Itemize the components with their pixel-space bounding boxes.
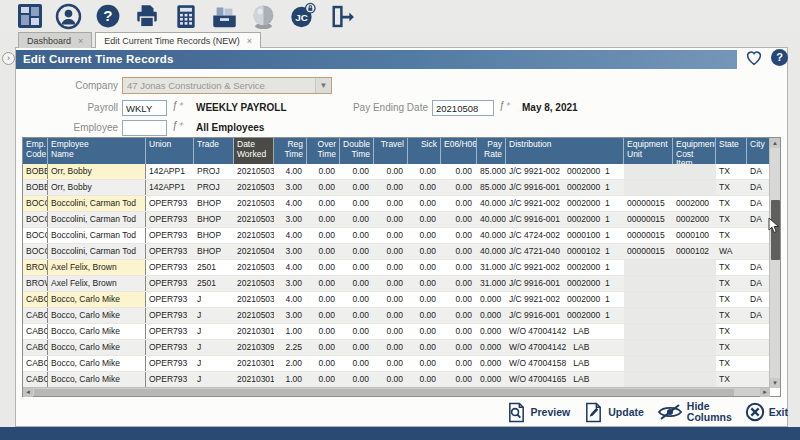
column-header-name[interactable]: Employee Name bbox=[48, 138, 146, 164]
cell-dbl[interactable]: 0.00 bbox=[340, 276, 374, 291]
cell-rate[interactable]: 0.000 bbox=[477, 372, 506, 387]
cell-union[interactable]: OPER793 bbox=[146, 212, 194, 227]
cell-equnit[interactable] bbox=[624, 260, 673, 275]
column-header-dbl[interactable]: Double Time bbox=[340, 138, 374, 164]
cell-state[interactable]: TX bbox=[716, 324, 747, 339]
cell-date[interactable]: 20210503 bbox=[234, 292, 274, 307]
cell-reg[interactable]: 3.00 bbox=[274, 276, 307, 291]
cell-dbl[interactable]: 0.00 bbox=[340, 292, 374, 307]
cell-reg[interactable]: 2.00 bbox=[274, 356, 307, 371]
cell-city[interactable]: DA bbox=[747, 276, 771, 291]
cell-name[interactable]: Bocco, Carlo Mike bbox=[48, 292, 146, 307]
cell-date[interactable]: 20210503 bbox=[234, 164, 274, 179]
expand-sidebar-icon[interactable]: › bbox=[2, 52, 15, 65]
cell-date[interactable]: 20210503 bbox=[234, 212, 274, 227]
cell-name[interactable]: Bocco, Carlo Mike bbox=[48, 356, 146, 371]
cell-travel[interactable]: 0.00 bbox=[374, 260, 408, 275]
cell-rate[interactable]: 0.000 bbox=[477, 340, 506, 355]
cell-sick[interactable]: 0.00 bbox=[408, 292, 441, 307]
cell-code[interactable]: CABOC bbox=[23, 372, 48, 387]
table-row[interactable]: BOCCABoccolini, Carman TodOPER793BHOP202… bbox=[23, 196, 780, 212]
cell-e06[interactable]: 0.00 bbox=[441, 356, 477, 371]
favorite-heart-icon[interactable] bbox=[745, 49, 763, 67]
horizontal-scroll-thumb[interactable] bbox=[34, 389, 734, 396]
cell-eqcost[interactable] bbox=[673, 356, 716, 371]
file-drawer-icon[interactable] bbox=[211, 3, 238, 30]
cell-travel[interactable]: 0.00 bbox=[374, 276, 408, 291]
column-header-sick[interactable]: Sick bbox=[408, 138, 441, 164]
cell-city[interactable] bbox=[747, 324, 771, 339]
cell-sick[interactable]: 0.00 bbox=[408, 340, 441, 355]
cell-e06[interactable]: 0.00 bbox=[441, 276, 477, 291]
cell-reg[interactable]: 1.00 bbox=[274, 324, 307, 339]
cell-date[interactable]: 20210503 bbox=[234, 196, 274, 211]
cell-dbl[interactable]: 0.00 bbox=[340, 212, 374, 227]
cell-trade[interactable]: 2501 bbox=[194, 260, 234, 275]
cell-state[interactable]: TX bbox=[716, 308, 747, 323]
cell-over[interactable]: 0.00 bbox=[307, 292, 340, 307]
cell-trade[interactable]: J bbox=[194, 308, 234, 323]
cell-travel[interactable]: 0.00 bbox=[374, 228, 408, 243]
cell-e06[interactable]: 0.00 bbox=[441, 372, 477, 387]
cell-city[interactable]: DA bbox=[747, 260, 771, 275]
column-header-city[interactable]: City bbox=[747, 138, 771, 164]
cell-date[interactable]: 20210503 bbox=[234, 276, 274, 291]
table-row[interactable]: BOBBYOrr, Bobby142APP1PROJ202105033.000.… bbox=[23, 180, 780, 196]
cell-city[interactable] bbox=[747, 356, 771, 371]
cell-reg[interactable]: 4.00 bbox=[274, 260, 307, 275]
cell-state[interactable]: TX bbox=[716, 164, 747, 179]
cell-code[interactable]: BOCCA bbox=[23, 212, 48, 227]
cell-eqcost[interactable] bbox=[673, 340, 716, 355]
column-header-travel[interactable]: Travel bbox=[374, 138, 408, 164]
cell-name[interactable]: Orr, Bobby bbox=[48, 164, 146, 179]
table-row[interactable]: CABOCBocco, Carlo MikeOPER793J202103092.… bbox=[23, 340, 780, 356]
cell-trade[interactable]: PROJ bbox=[194, 180, 234, 195]
cell-state[interactable]: TX bbox=[716, 180, 747, 195]
cell-over[interactable]: 0.00 bbox=[307, 164, 340, 179]
cell-state[interactable]: TX bbox=[716, 372, 747, 387]
cell-city[interactable] bbox=[747, 228, 771, 243]
cell-equnit[interactable]: 00000015 bbox=[624, 212, 673, 227]
cell-over[interactable]: 0.00 bbox=[307, 244, 340, 259]
cell-date[interactable]: 20210504 bbox=[234, 244, 274, 259]
crystal-ball-icon[interactable] bbox=[250, 3, 277, 30]
help-icon[interactable]: ? bbox=[94, 3, 121, 30]
cell-rate[interactable]: 40.000 bbox=[477, 228, 506, 243]
cell-reg[interactable]: 3.00 bbox=[274, 180, 307, 195]
payroll-input[interactable] bbox=[122, 100, 167, 116]
column-header-union[interactable]: Union bbox=[146, 138, 194, 164]
cell-e06[interactable]: 0.00 bbox=[441, 196, 477, 211]
cell-union[interactable]: OPER793 bbox=[146, 228, 194, 243]
cell-code[interactable]: BOCCA bbox=[23, 228, 48, 243]
cell-state[interactable]: TX bbox=[716, 260, 747, 275]
cell-sick[interactable]: 0.00 bbox=[408, 244, 441, 259]
cell-city[interactable]: DA bbox=[747, 292, 771, 307]
cell-state[interactable]: TX bbox=[716, 212, 747, 227]
cell-rate[interactable]: 85.000 bbox=[477, 164, 506, 179]
cell-reg[interactable]: 1.00 bbox=[274, 372, 307, 387]
cell-e06[interactable]: 0.00 bbox=[441, 244, 477, 259]
cell-sick[interactable]: 0.00 bbox=[408, 228, 441, 243]
table-row[interactable]: CABOCBocco, Carlo MikeOPER793J202105033.… bbox=[23, 308, 780, 324]
cell-rate[interactable]: 40.000 bbox=[477, 212, 506, 227]
user-profile-icon[interactable] bbox=[55, 3, 82, 30]
cell-code[interactable]: BOBBY bbox=[23, 180, 48, 195]
cell-date[interactable]: 20210503 bbox=[234, 228, 274, 243]
cell-dist[interactable]: W/O 47004142 LAB bbox=[506, 340, 624, 355]
cell-trade[interactable]: J bbox=[194, 324, 234, 339]
cell-dist[interactable]: J/C 4721-040 0000102 1 bbox=[506, 244, 624, 259]
cell-sick[interactable]: 0.00 bbox=[408, 324, 441, 339]
cell-equnit[interactable] bbox=[624, 164, 673, 179]
cell-rate[interactable]: 0.000 bbox=[477, 292, 506, 307]
cell-trade[interactable]: J bbox=[194, 292, 234, 307]
cell-eqcost[interactable] bbox=[673, 260, 716, 275]
cell-eqcost[interactable] bbox=[673, 308, 716, 323]
preview-button[interactable]: Preview bbox=[506, 402, 571, 423]
cell-dist[interactable]: J/C 9921-002 0002000 1 bbox=[506, 196, 624, 211]
cell-code[interactable]: BROWN bbox=[23, 260, 48, 275]
cell-city[interactable] bbox=[747, 372, 771, 387]
cell-e06[interactable]: 0.00 bbox=[441, 212, 477, 227]
table-row[interactable]: BROWNAxel Felix, BrownOPER79325012021050… bbox=[23, 260, 780, 276]
cell-union[interactable]: OPER793 bbox=[146, 276, 194, 291]
cell-dbl[interactable]: 0.00 bbox=[340, 244, 374, 259]
